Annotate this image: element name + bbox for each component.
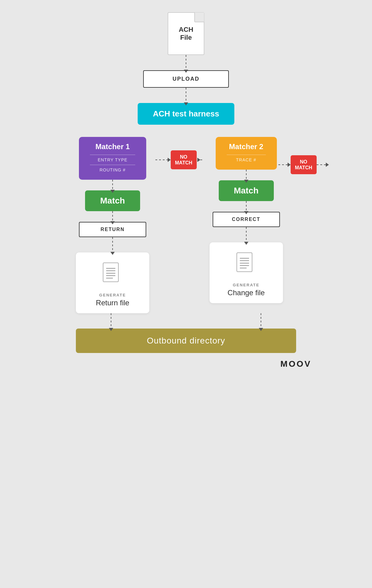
return-label: RETURN: [101, 227, 125, 232]
svg-rect-0: [103, 263, 118, 282]
generate-return-card: GENERATE Return file: [76, 252, 149, 313]
outbound-label: Outbound directory: [147, 336, 225, 345]
ach-harness-label: ACH test harness: [153, 109, 219, 118]
arrow-match2-to-correct: [246, 201, 247, 212]
no-match-1-label: NO MATCH: [175, 154, 192, 165]
ach-file-icon: ACH File: [168, 12, 204, 55]
gen-change-label: GENERATE: [219, 283, 274, 287]
arrow-upload-to-harness: [186, 88, 186, 103]
matcher2-row1: TRACE #: [227, 157, 266, 162]
matcher1-title: Matcher 1: [90, 142, 135, 151]
upload-box: UPLOAD: [143, 70, 229, 88]
matcher1-row2: ROUTING #: [90, 167, 135, 172]
no-match-2: NO MATCH: [291, 155, 317, 174]
match2-box: Match: [219, 180, 274, 201]
arrow-left-to-outbound: [111, 313, 111, 329]
match2-label: Match: [234, 186, 259, 195]
arrow-matcher1-to-match: [112, 180, 113, 190]
outbound-bar: Outbound directory: [76, 329, 296, 353]
doc-change-icon: [219, 252, 274, 277]
arrow-return-to-gen: [112, 237, 113, 252]
doc-return-icon: [85, 262, 140, 287]
correct-label: CORRECT: [232, 217, 260, 222]
matcher1-box: Matcher 1 ENTRY TYPE ROUTING #: [79, 137, 146, 180]
matcher2-box: Matcher 2 TRACE #: [216, 137, 277, 170]
ach-harness-box: ACH test harness: [138, 103, 235, 125]
generate-change-card: GENERATE Change file: [210, 242, 283, 303]
no-match-1: NO MATCH: [171, 150, 197, 169]
arrow-correct-to-gen: [246, 227, 247, 242]
arrow-right-to-outbound: [261, 313, 261, 329]
arrow-file-to-upload: [186, 55, 186, 70]
gen-change-title: Change file: [219, 288, 274, 297]
no-match-2-label: NO MATCH: [295, 159, 312, 170]
arrow-matcher2-to-match: [246, 170, 247, 180]
moov-logo: MOOV: [280, 359, 311, 369]
diagram: ACH File UPLOAD ACH test harness Matcher…: [48, 12, 324, 369]
svg-rect-6: [237, 253, 252, 272]
arrow-match1-to-return: [112, 211, 113, 222]
ach-file-label: ACH File: [179, 26, 193, 42]
match1-box: Match: [85, 190, 140, 211]
matcher2-title: Matcher 2: [227, 142, 266, 151]
gen-return-label: GENERATE: [85, 293, 140, 297]
upload-label: UPLOAD: [173, 76, 199, 82]
gen-return-title: Return file: [85, 299, 140, 307]
matcher1-row1: ENTRY TYPE: [90, 157, 135, 162]
match1-label: Match: [100, 196, 125, 205]
